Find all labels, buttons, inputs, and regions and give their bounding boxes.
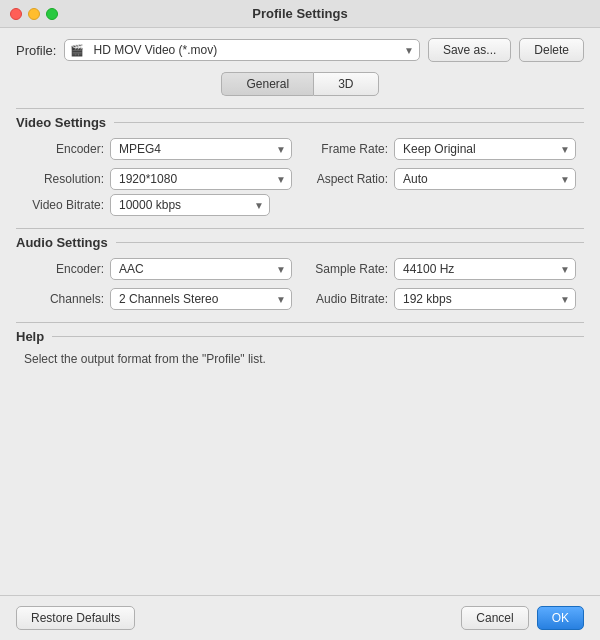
divider-audio	[16, 228, 584, 229]
audio-encoder-label: Encoder:	[24, 262, 104, 276]
divider-top	[16, 108, 584, 109]
video-bitrate-select-wrapper: 10000 kbps 5000 kbps 8000 kbps 20000 kbp…	[110, 194, 270, 216]
video-bitrate-label: Video Bitrate:	[24, 198, 104, 212]
footer-right-buttons: Cancel OK	[461, 606, 584, 630]
close-button[interactable]	[10, 8, 22, 20]
video-bitrate-row: Video Bitrate: 10000 kbps 5000 kbps 8000…	[16, 194, 584, 216]
ok-button[interactable]: OK	[537, 606, 584, 630]
delete-button[interactable]: Delete	[519, 38, 584, 62]
spacer	[16, 374, 584, 595]
resolution-select[interactable]: 1920*1080 1280*720 3840*2160 Original	[110, 168, 292, 190]
aspect-ratio-label: Aspect Ratio:	[308, 172, 388, 186]
resolution-row: Resolution: 1920*1080 1280*720 3840*2160…	[24, 168, 292, 190]
audio-encoder-select[interactable]: AAC MP3 AC3 PCM	[110, 258, 292, 280]
audio-bitrate-select[interactable]: 192 kbps 128 kbps 256 kbps 320 kbps	[394, 288, 576, 310]
tab-3d[interactable]: 3D	[313, 72, 378, 96]
framerate-label: Frame Rate:	[308, 142, 388, 156]
resolution-label: Resolution:	[24, 172, 104, 186]
encoder-label: Encoder:	[24, 142, 104, 156]
help-title: Help	[16, 329, 44, 344]
audio-section-line	[116, 242, 584, 243]
profile-select[interactable]: HD MOV Video (*.mov) HD MP4 Video (*.mp4…	[64, 39, 419, 61]
sample-rate-row: Sample Rate: 44100 Hz 22050 Hz 48000 Hz …	[308, 258, 576, 280]
video-section-line	[114, 122, 584, 123]
channels-select-wrapper: 2 Channels Stereo Mono 5.1 Surround ▼	[110, 288, 292, 310]
minimize-button[interactable]	[28, 8, 40, 20]
divider-help	[16, 322, 584, 323]
framerate-select-wrapper: Keep Original 24 fps 25 fps 30 fps 60 fp…	[394, 138, 576, 160]
channels-label: Channels:	[24, 292, 104, 306]
title-bar: Profile Settings	[0, 0, 600, 28]
sample-rate-label: Sample Rate:	[308, 262, 388, 276]
profile-label: Profile:	[16, 43, 56, 58]
help-text: Select the output format from the "Profi…	[16, 352, 584, 366]
aspect-ratio-select[interactable]: Auto 16:9 4:3 1:1	[394, 168, 576, 190]
help-section-line	[52, 336, 584, 337]
window-title: Profile Settings	[252, 6, 347, 21]
sample-rate-select[interactable]: 44100 Hz 22050 Hz 48000 Hz 96000 Hz	[394, 258, 576, 280]
action-buttons: Save as... Delete	[428, 38, 584, 62]
video-fields-grid: Encoder: MPEG4 H.264 H.265 ProRes ▼ Fram…	[16, 138, 584, 190]
scroll-area: Video Settings Encoder: MPEG4 H.264 H.26…	[16, 115, 584, 595]
aspect-ratio-select-wrapper: Auto 16:9 4:3 1:1 ▼	[394, 168, 576, 190]
help-header: Help	[16, 329, 584, 344]
cancel-button[interactable]: Cancel	[461, 606, 528, 630]
framerate-row: Frame Rate: Keep Original 24 fps 25 fps …	[308, 138, 576, 160]
channels-row: Channels: 2 Channels Stereo Mono 5.1 Sur…	[24, 288, 292, 310]
audio-settings-label: Audio Settings	[16, 235, 108, 250]
audio-encoder-row: Encoder: AAC MP3 AC3 PCM ▼	[24, 258, 292, 280]
sample-rate-select-wrapper: 44100 Hz 22050 Hz 48000 Hz 96000 Hz ▼	[394, 258, 576, 280]
channels-select[interactable]: 2 Channels Stereo Mono 5.1 Surround	[110, 288, 292, 310]
tab-general[interactable]: General	[221, 72, 313, 96]
tabs-row: General 3D	[16, 72, 584, 96]
restore-defaults-button[interactable]: Restore Defaults	[16, 606, 135, 630]
video-settings-header: Video Settings	[16, 115, 584, 130]
main-content: Profile: 🎬 HD MOV Video (*.mov) HD MP4 V…	[0, 28, 600, 595]
audio-bitrate-row: Audio Bitrate: 192 kbps 128 kbps 256 kbp…	[308, 288, 576, 310]
audio-settings-header: Audio Settings	[16, 235, 584, 250]
video-settings-section: Video Settings Encoder: MPEG4 H.264 H.26…	[16, 115, 584, 216]
help-section: Help Select the output format from the "…	[16, 329, 584, 366]
audio-fields-grid: Encoder: AAC MP3 AC3 PCM ▼ Sample Rate:	[16, 258, 584, 310]
encoder-select[interactable]: MPEG4 H.264 H.265 ProRes	[110, 138, 292, 160]
resolution-select-wrapper: 1920*1080 1280*720 3840*2160 Original ▼	[110, 168, 292, 190]
framerate-select[interactable]: Keep Original 24 fps 25 fps 30 fps 60 fp…	[394, 138, 576, 160]
audio-encoder-select-wrapper: AAC MP3 AC3 PCM ▼	[110, 258, 292, 280]
profile-select-wrapper: 🎬 HD MOV Video (*.mov) HD MP4 Video (*.m…	[64, 39, 419, 61]
profile-row: Profile: 🎬 HD MOV Video (*.mov) HD MP4 V…	[16, 38, 584, 62]
traffic-lights	[10, 8, 58, 20]
aspect-ratio-row: Aspect Ratio: Auto 16:9 4:3 1:1 ▼	[308, 168, 576, 190]
save-as-button[interactable]: Save as...	[428, 38, 511, 62]
maximize-button[interactable]	[46, 8, 58, 20]
audio-bitrate-label: Audio Bitrate:	[308, 292, 388, 306]
encoder-row: Encoder: MPEG4 H.264 H.265 ProRes ▼	[24, 138, 292, 160]
footer-bar: Restore Defaults Cancel OK	[0, 595, 600, 640]
encoder-select-wrapper: MPEG4 H.264 H.265 ProRes ▼	[110, 138, 292, 160]
video-settings-label: Video Settings	[16, 115, 106, 130]
video-bitrate-select[interactable]: 10000 kbps 5000 kbps 8000 kbps 20000 kbp…	[110, 194, 270, 216]
audio-bitrate-select-wrapper: 192 kbps 128 kbps 256 kbps 320 kbps ▼	[394, 288, 576, 310]
audio-settings-section: Audio Settings Encoder: AAC MP3 AC3 PCM …	[16, 235, 584, 310]
